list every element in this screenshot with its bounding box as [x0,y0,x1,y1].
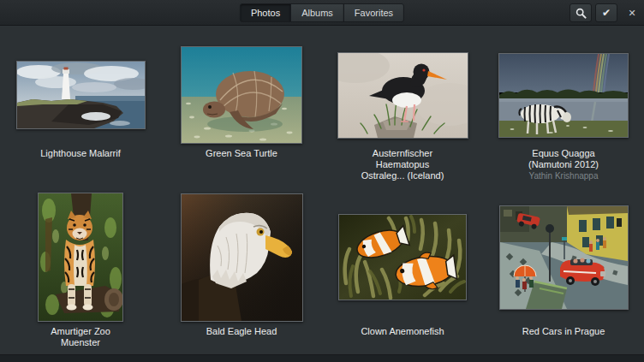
photo-item-clownfish: Clown Anemonefish [322,181,483,348]
checkmark-icon: ✔ [602,8,611,18]
photo-item-tiger: Amurtiger Zoo Muenster [0,181,161,348]
tiger-photo [39,193,122,321]
magnifier-icon [575,8,587,19]
photo-thumbnail-lighthouse[interactable] [16,61,146,129]
tab-photos[interactable]: Photos [240,3,291,22]
header-bar: Photos Albums Favorites ✔ ✕ [0,0,644,26]
grid-row-2: Amurtiger Zoo Muenster [0,181,644,348]
bald-eagle-photo [182,194,302,321]
photo-title: Equus Quagga (Namutoni 2012) [516,148,611,170]
photo-thumbnail-turtle[interactable] [181,46,302,144]
photo-item-lighthouse: Lighthouse Malarrif [0,26,161,181]
photo-item-oystercatcher: Austernfischer Haematopus Ostraleg... (I… [322,26,483,181]
lighthouse-photo [17,62,145,128]
photo-title: Red Cars in Prague [522,326,605,337]
photo-thumbnail-redcars[interactable] [499,205,629,310]
photo-item-eagle: Bald Eagle Head [161,181,322,348]
photo-thumbnail-tiger[interactable] [38,193,123,322]
photo-item-redcars: Red Cars in Prague [483,181,644,348]
red-cars-photo [500,206,628,309]
photo-title: Austernfischer Haematopus Ostraleg... (I… [355,148,450,181]
close-icon: ✕ [628,8,635,19]
window-close-button[interactable]: ✕ [624,3,640,22]
sea-turtle-photo [182,47,301,143]
photo-thumbnail-zebra[interactable] [498,53,629,138]
photo-thumbnail-clownfish[interactable] [338,214,467,300]
photo-grid: Lighthouse Malarrif [0,26,644,348]
photo-title: Bald Eagle Head [206,326,277,337]
tab-albums[interactable]: Albums [290,3,344,22]
photo-thumbnail-eagle[interactable] [181,193,303,322]
grid-row-1: Lighthouse Malarrif [0,26,644,181]
oystercatcher-photo [338,53,468,138]
photo-item-zebra: Equus Quagga (Namutoni 2012) Yathin Kris… [483,26,644,181]
tab-favorites[interactable]: Favorites [343,3,404,22]
header-actions: ✔ ✕ [566,3,640,22]
photo-title: Lighthouse Malarrif [40,148,121,159]
window-bottom-edge [0,354,644,362]
photo-title: Amurtiger Zoo Muenster [33,326,128,348]
photo-author: Yathin Krishnappa [529,170,599,181]
photo-thumbnail-oystercatcher[interactable] [337,52,468,139]
photo-title: Green Sea Turtle [206,148,277,159]
select-items-button[interactable]: ✔ [595,3,617,22]
photo-title: Clown Anemonefish [361,326,444,337]
photo-item-turtle: Green Sea Turtle [161,26,322,181]
clownfish-photo [339,215,466,300]
search-button[interactable] [569,3,592,22]
view-switcher: Photos Albums Favorites [240,3,404,22]
zebra-photo [499,54,628,137]
